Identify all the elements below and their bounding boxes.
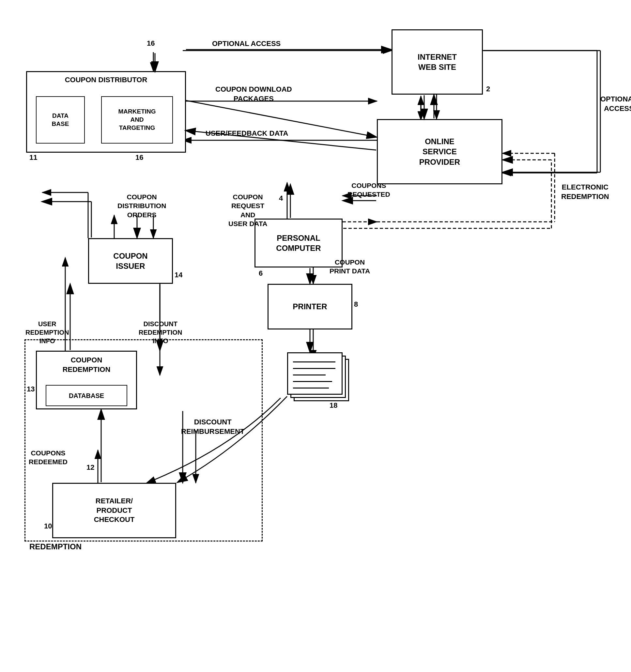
- optional-access-top-label: OPTIONAL ACCESS: [212, 39, 281, 49]
- coupon-request-label: COUPONREQUESTANDUSER DATA: [228, 192, 267, 228]
- redemption-label: REDEMPTION: [29, 542, 81, 552]
- num-11: 11: [29, 153, 37, 162]
- coupon-issuer-label: COUPONISSUER: [113, 251, 147, 271]
- num-17: 16: [135, 153, 143, 162]
- personal-computer-number: 6: [259, 269, 263, 278]
- coupon-distributor-label: COUPON DISTRIBUTOR: [27, 75, 185, 85]
- coupon-issuer-number: 14: [174, 271, 182, 279]
- database-label: DATABASE: [52, 112, 69, 128]
- retailer-box: RETAILER/PRODUCTCHECKOUT: [52, 483, 176, 538]
- marketing-targeting-label: MARKETINGANDTARGETING: [118, 107, 156, 132]
- user-feedback-label: USER/FEEDBACK DATA: [206, 129, 288, 138]
- printer-label: PRINTER: [293, 302, 327, 312]
- internet-web-site-number: 2: [486, 85, 490, 93]
- coupon-print-data-label: COUPONPRINT DATA: [329, 258, 370, 275]
- online-service-provider-box: ONLINESERVICEPROVIDER: [377, 119, 503, 184]
- electronic-redemption-label: ELECTRONICREDEMPTION: [561, 183, 609, 201]
- database-box: DATABASE: [36, 96, 85, 144]
- user-redemption-info-label: USERREDEMPTIONINFO: [25, 320, 69, 345]
- coupon-redemption-number: 13: [27, 385, 34, 393]
- diagram: INTERNETWEB SITE 2 ONLINESERVICEPROVIDER…: [0, 0, 631, 672]
- coupon-redemption-label: COUPONREDEMPTION: [37, 356, 136, 374]
- printer-number: 8: [354, 300, 358, 309]
- coupon-issuer-box: COUPONISSUER: [88, 238, 173, 284]
- retailer-number: 10: [44, 522, 52, 530]
- num-12: 12: [87, 463, 94, 472]
- online-service-provider-label: ONLINESERVICEPROVIDER: [419, 136, 460, 167]
- printer-box: PRINTER: [267, 284, 352, 330]
- coupon-dist-orders-label: COUPONDISTRIBUTIONORDERS: [117, 192, 166, 219]
- num-16: 16: [147, 39, 155, 48]
- optional-access-right-label: OPTIONALACCESS: [600, 95, 631, 113]
- coupons-redeemed-label: COUPONSREDEEMED: [29, 449, 68, 466]
- marketing-targeting-box: MARKETINGANDTARGETING: [101, 96, 173, 144]
- internet-web-site-label: INTERNETWEB SITE: [418, 52, 457, 72]
- discount-reimbursement-label: DISCOUNTREIMBURSEMENT: [181, 417, 244, 436]
- cr-database-label: DATABASE: [69, 391, 104, 400]
- retailer-label: RETAILER/PRODUCTCHECKOUT: [94, 497, 135, 525]
- personal-computer-label: PERSONALCOMPUTER: [276, 233, 321, 253]
- num-18: 18: [329, 401, 337, 410]
- discount-redemption-info-label: DISCOUNTREDEMPTIONINFO: [139, 320, 182, 345]
- num-4: 4: [279, 194, 283, 202]
- coupon-download-label: COUPON DOWNLOADPACKAGES: [215, 85, 292, 103]
- internet-web-site-box: INTERNETWEB SITE: [392, 29, 483, 95]
- cr-database-box: DATABASE: [46, 385, 127, 406]
- coupons-requested-label: COUPONSREQUESTED: [348, 181, 390, 199]
